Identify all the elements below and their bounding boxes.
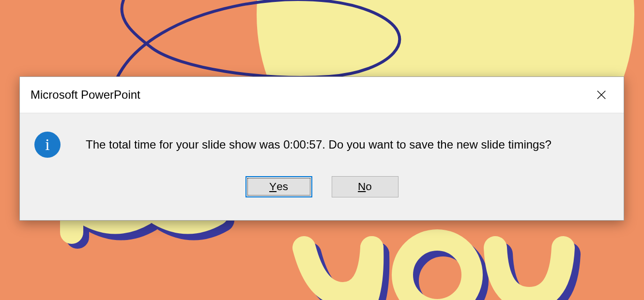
no-rest: o <box>366 180 372 193</box>
yes-button[interactable]: Yes <box>245 176 312 197</box>
info-icon: i <box>34 132 61 158</box>
no-mnemonic: N <box>358 180 366 193</box>
close-button[interactable] <box>590 83 613 106</box>
message-dialog: Microsoft PowerPoint i The total time fo… <box>19 76 624 221</box>
yes-mnemonic: Y <box>269 180 276 193</box>
close-icon <box>596 90 607 100</box>
dialog-title: Microsoft PowerPoint <box>31 88 140 102</box>
titlebar: Microsoft PowerPoint <box>20 77 624 113</box>
dialog-body: i The total time for your slide show was… <box>20 113 624 220</box>
no-button[interactable]: No <box>332 176 399 197</box>
dialog-message: The total time for your slide show was 0… <box>86 138 552 151</box>
yes-rest: es <box>276 180 288 193</box>
button-row: Yes No <box>20 163 624 212</box>
message-row: i The total time for your slide show was… <box>20 113 624 163</box>
